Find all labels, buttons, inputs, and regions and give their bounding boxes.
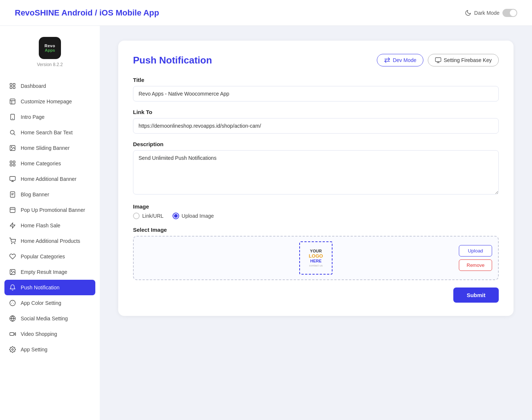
svg-rect-15 (10, 164, 12, 166)
sidebar-item-push-notification[interactable]: Push Notification (4, 280, 95, 295)
sidebar-item-home-categories[interactable]: Home Categories (0, 156, 100, 171)
description-group: Description (133, 141, 499, 196)
description-textarea[interactable] (133, 150, 499, 194)
heart-icon (9, 253, 16, 260)
submit-row: Submit (133, 288, 499, 303)
firebase-key-button[interactable]: Setting Firebase Key (428, 54, 499, 66)
logo-apps: Apps (45, 48, 55, 52)
sidebar-item-social-media-setting[interactable]: Social Media Setting (0, 311, 100, 326)
nav-list: Dashboard Customize Homepage Intro Page (0, 78, 100, 357)
radio-upload-label: Upload Image (182, 213, 214, 219)
sidebar: Revo Apps Version 8.2.2 Dashboard Custom… (0, 26, 100, 420)
sidebar-item-home-additional-products[interactable]: Home Additional Products (0, 233, 100, 249)
remove-button[interactable]: Remove (459, 259, 492, 271)
dark-mode-toggle[interactable] (502, 9, 517, 17)
radio-link-label: Link/URL (142, 213, 164, 219)
nav-label-popular-categories: Popular Categories (21, 254, 65, 259)
radio-upload-image[interactable]: Upload Image (173, 213, 214, 219)
sidebar-item-home-additional-banner[interactable]: Home Additional Banner (0, 171, 100, 187)
dev-mode-icon (384, 57, 391, 63)
nav-label-empty-result-image: Empty Result Image (21, 269, 67, 275)
svg-rect-36 (10, 333, 14, 335)
app-title: RevoSHINE Android / iOS Mobile App (15, 8, 159, 18)
svg-point-29 (11, 271, 12, 271)
card-header: Push Notification Dev Mode Setting Fireb… (133, 54, 499, 66)
svg-point-27 (14, 243, 15, 244)
bell-icon (9, 284, 16, 291)
sidebar-item-home-flash-sale[interactable]: Home Flash Sale (0, 218, 100, 233)
shopping-cart-icon (9, 237, 16, 245)
moon-icon (465, 10, 471, 16)
upload-button[interactable]: Upload (459, 245, 492, 257)
nav-label-social-media-setting: Social Media Setting (21, 316, 68, 321)
smartphone-icon (9, 113, 16, 121)
nav-label-intro-page: Intro Page (21, 114, 45, 120)
sidebar-item-intro-page[interactable]: Intro Page (0, 109, 100, 125)
nav-label-home-additional-banner: Home Additional Banner (21, 176, 76, 182)
sidebar-item-app-color-setting[interactable]: App Color Setting (0, 295, 100, 311)
categories-icon (9, 160, 16, 167)
svg-line-10 (14, 134, 15, 135)
sidebar-item-popup-promotional-banner[interactable]: Pop Up Promotional Banner (0, 202, 100, 218)
svg-rect-17 (10, 176, 16, 180)
svg-point-30 (10, 300, 16, 306)
sidebar-item-app-setting[interactable]: App Setting (0, 342, 100, 357)
svg-rect-16 (13, 164, 15, 166)
svg-rect-0 (10, 83, 12, 85)
svg-point-32 (11, 303, 12, 304)
upload-actions: Upload Remove (459, 245, 492, 271)
svg-rect-1 (13, 83, 15, 85)
image-options: Link/URL Upload Image (133, 213, 499, 219)
svg-rect-3 (13, 87, 15, 89)
title-group: Title (133, 77, 499, 101)
svg-point-31 (12, 302, 13, 302)
layout-icon (9, 98, 16, 105)
svg-marker-25 (10, 223, 15, 228)
logo-area: Revo Apps Version 8.2.2 (37, 37, 63, 67)
header-buttons: Dev Mode Setting Firebase Key (377, 54, 499, 66)
file-icon (9, 191, 16, 198)
sidebar-item-blog-banner[interactable]: Blog Banner (0, 187, 100, 202)
dev-mode-label: Dev Mode (393, 57, 416, 63)
submit-button[interactable]: Submit (453, 288, 499, 303)
radio-circle-upload (173, 213, 179, 219)
link-to-input[interactable] (133, 118, 499, 134)
nav-label-home-sliding-banner: Home Sliding Banner (21, 145, 69, 151)
svg-point-33 (13, 303, 14, 304)
upload-area[interactable]: YOUR LOGO HERE contact us Upload Remove (133, 236, 499, 280)
nav-label-dashboard: Dashboard (21, 83, 46, 89)
palette-icon (9, 299, 16, 307)
page-title: Push Notification (133, 55, 212, 66)
radio-link-url[interactable]: Link/URL (133, 213, 164, 219)
nav-label-app-setting: App Setting (21, 347, 47, 352)
sidebar-item-video-shopping[interactable]: Video Shopping (0, 326, 100, 342)
sidebar-item-home-search-bar[interactable]: Home Search Bar Text (0, 125, 100, 140)
svg-rect-2 (10, 87, 12, 89)
sidebar-item-empty-result-image[interactable]: Empty Result Image (0, 264, 100, 280)
link-to-group: Link To (133, 109, 499, 134)
svg-rect-23 (10, 207, 15, 213)
nav-label-home-categories: Home Categories (21, 161, 61, 166)
svg-point-26 (11, 243, 12, 244)
select-image-group: Select Image YOUR LOGO HERE contact us U… (133, 227, 499, 280)
sidebar-item-home-sliding-banner[interactable]: Home Sliding Banner (0, 140, 100, 156)
dark-mode-label: Dark Mode (474, 10, 499, 16)
dev-mode-button[interactable]: Dev Mode (377, 54, 423, 66)
radio-inner-upload (174, 214, 178, 218)
dark-mode-section: Dark Mode (465, 9, 517, 17)
nav-label-customize-homepage: Customize Homepage (21, 99, 72, 104)
firebase-label: Setting Firebase Key (444, 57, 492, 63)
select-image-label: Select Image (133, 227, 499, 233)
search-icon (9, 129, 16, 136)
sidebar-item-customize-homepage[interactable]: Customize Homepage (0, 94, 100, 109)
sidebar-item-dashboard[interactable]: Dashboard (0, 78, 100, 94)
image-label: Image (133, 203, 499, 210)
firebase-icon (435, 57, 441, 63)
logo-your-text: YOUR (310, 249, 322, 253)
main-layout: Revo Apps Version 8.2.2 Dashboard Custom… (0, 26, 532, 420)
sidebar-item-popular-categories[interactable]: Popular Categories (0, 249, 100, 264)
video-icon (9, 330, 16, 338)
logo-placeholder: YOUR LOGO HERE contact us (299, 241, 332, 275)
link-to-label: Link To (133, 109, 499, 115)
title-input[interactable] (133, 86, 499, 101)
